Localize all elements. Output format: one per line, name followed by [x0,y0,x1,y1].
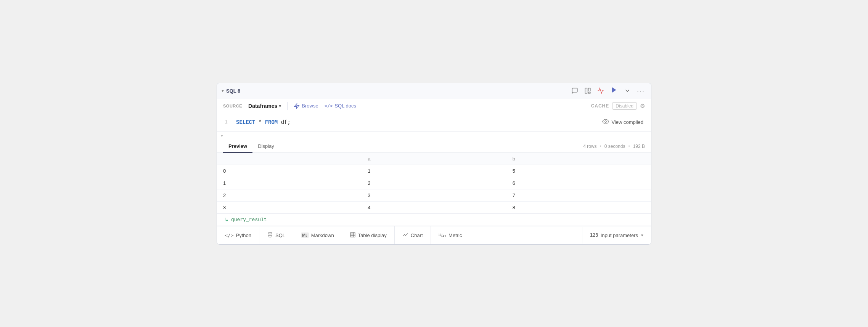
source-dropdown[interactable]: Dataframes ▾ [248,103,281,109]
toolbar-item-python[interactable]: </> Python [217,227,259,244]
svg-rect-7 [350,232,355,237]
results-rows: 4 rows [583,144,596,149]
cache-label: CACHE [591,103,609,109]
code-editor[interactable]: 1 SELECT * FROM df; View compiled [217,113,651,132]
results-meta: 4 rows • 0 seconds • 192 B [583,144,645,149]
tab-display[interactable]: Display [252,140,280,153]
toolbar-item-markdown[interactable]: M↓ Markdown [293,227,342,244]
toolbar-item-chart[interactable]: Chart [395,226,431,244]
eye-icon [602,118,609,127]
query-result-arrow-icon: ↳ [225,217,229,223]
view-compiled-label: View compiled [611,119,643,125]
table-row: 1 2 6 [217,177,651,189]
row-index: 2 [217,189,362,201]
markdown-icon: M↓ [301,232,309,238]
sql-docs-link[interactable]: </> SQL docs [325,103,356,109]
browse-label: Browse [302,103,318,109]
results-tabs: Preview Display 4 rows • 0 seconds • 192… [217,140,651,153]
layout-icon-button[interactable] [583,87,593,95]
tab-preview[interactable]: Preview [223,140,252,153]
sql-icon [267,232,273,239]
cell-b: 6 [506,177,651,189]
toolbar-chart-label: Chart [411,232,423,238]
source-dropdown-arrow-icon: ▾ [279,103,281,109]
query-result-name: query_result [231,217,267,223]
query-result-footer: ↳ query_result [217,213,651,226]
svg-rect-0 [585,88,587,93]
python-icon: </> [225,232,233,238]
sql-keyword-select: SELECT [236,119,255,125]
row-index: 0 [217,165,362,177]
results-time: 0 seconds [604,144,625,149]
col-header-index [217,153,362,165]
more-options-button[interactable]: ··· [635,86,646,96]
toolbar-markdown-label: Markdown [311,232,334,238]
toolbar-item-input-parameters[interactable]: 123 Input parameters ▾ [582,227,651,244]
toolbar-input-parameters-label: Input parameters [601,232,638,238]
svg-point-6 [268,232,272,234]
code-content[interactable]: SELECT * FROM df; [236,119,291,125]
sql-docs-label: SQL docs [334,103,356,109]
svg-rect-1 [588,88,590,91]
collapse-chevron-icon[interactable]: ▾ [222,88,224,93]
results-collapse-icon[interactable]: ▾ [220,133,224,139]
cache-gear-icon[interactable]: ⚙ [640,103,645,109]
svg-point-5 [605,120,607,122]
cell-a: 4 [362,201,506,213]
input-parameters-dropdown-icon: ▾ [641,233,643,238]
cell-a: 3 [362,189,506,201]
expand-icon-button[interactable] [622,87,632,95]
notebook-cell: ▾ SQL 8 ··· SOURCE [217,83,651,245]
table-header-row: a b [217,153,651,165]
cell-b: 7 [506,189,651,201]
chart-icon [402,232,408,239]
table-row: 3 4 8 [217,201,651,213]
topbar-actions: ··· [570,85,646,96]
bottom-toolbar: </> Python SQL M↓ Markdown Table display… [217,226,651,244]
results-area: Preview Display 4 rows • 0 seconds • 192… [217,140,651,213]
browse-link[interactable]: Browse [294,103,318,109]
sql-keyword-from: FROM [265,119,278,125]
col-header-a: a [362,153,506,165]
sql-star: * [259,119,265,125]
cell-title-area: ▾ SQL 8 [222,88,240,94]
cell-topbar: ▾ SQL 8 ··· [217,83,651,99]
line-number: 1 [225,119,230,125]
cell-title-text: SQL 8 [226,88,240,94]
input-parameters-icon: 123 [590,232,598,238]
toolbar-item-sql[interactable]: SQL [259,226,293,244]
cache-area: CACHE Disabled ⚙ [591,102,645,110]
row-index: 3 [217,201,362,213]
svg-marker-4 [294,103,299,108]
source-label: SOURCE [223,104,242,108]
table-display-icon [350,232,356,239]
toolbar-table-display-label: Table display [358,232,387,238]
code-line-1: 1 SELECT * FROM df; [225,119,643,125]
svg-marker-3 [612,87,616,93]
toolbar-sql-label: SQL [275,232,285,238]
meta-dot-1: • [600,144,601,149]
toolbar-item-metric[interactable]: ¹²/₃₄ Metric [431,227,470,244]
cell-a: 2 [362,177,506,189]
cell-a: 1 [362,165,506,177]
run-button[interactable] [609,85,619,96]
cell-b: 8 [506,201,651,213]
chart-line-icon-button[interactable] [596,87,606,95]
cache-disabled-badge: Disabled [612,102,637,110]
row-index: 1 [217,177,362,189]
source-divider [287,102,288,110]
meta-dot-2: • [628,144,630,149]
sql-table-name: df; [281,119,291,125]
view-compiled-button[interactable]: View compiled [602,118,643,127]
svg-rect-2 [588,92,590,93]
data-table: a b 0 1 5 1 2 6 2 3 7 3 4 8 [217,153,651,213]
toolbar-python-label: Python [236,232,251,238]
results-size: 192 B [633,144,645,149]
source-name: Dataframes [248,103,277,109]
table-row: 2 3 7 [217,189,651,201]
metric-icon: ¹²/₃₄ [439,232,447,238]
cell-b: 5 [506,165,651,177]
toolbar-item-table-display[interactable]: Table display [342,226,395,244]
table-row: 0 1 5 [217,165,651,177]
comment-icon-button[interactable] [570,87,580,95]
